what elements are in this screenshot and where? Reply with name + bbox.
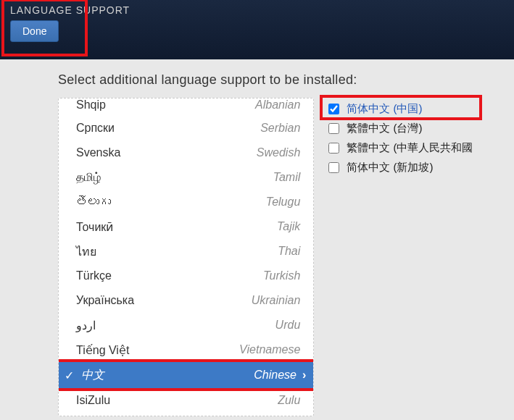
language-row[interactable]: తెలుగుTelugu bbox=[59, 190, 313, 214]
instruction-text: Select additional language support to be… bbox=[58, 72, 488, 88]
language-row[interactable]: ТочикӣTajik bbox=[59, 214, 313, 239]
locale-checkbox[interactable] bbox=[328, 162, 339, 173]
language-english: Telugu bbox=[266, 196, 300, 209]
locale-row[interactable]: 简体中文 (新加坡) bbox=[324, 158, 488, 177]
language-row[interactable]: TürkçeTurkish bbox=[59, 264, 313, 288]
language-native: Точикӣ bbox=[76, 220, 113, 234]
page-title: LANGUAGE SUPPORT bbox=[10, 4, 504, 16]
panels: ShqipAlbanianСрпскиSerbianSvenskaSwedish… bbox=[58, 98, 488, 416]
language-native: اردو bbox=[76, 319, 96, 332]
language-native: తెలుగు bbox=[76, 196, 111, 209]
language-english: Serbian bbox=[260, 122, 300, 135]
locale-row-selected[interactable]: 简体中文 (中国) bbox=[324, 99, 488, 119]
language-native: ไทย bbox=[76, 243, 96, 261]
locale-label: 简体中文 (中国) bbox=[347, 102, 422, 116]
language-english: Urdu bbox=[275, 319, 301, 332]
language-english: Vietnamese bbox=[239, 343, 300, 356]
language-row[interactable]: IsiZuluZulu bbox=[59, 388, 313, 413]
language-list[interactable]: ShqipAlbanianСрпскиSerbianSvenskaSwedish… bbox=[58, 98, 314, 416]
locale-checkbox[interactable] bbox=[328, 143, 339, 154]
language-native: IsiZulu bbox=[76, 394, 110, 407]
language-row-selected[interactable]: ✓中文Chinese› bbox=[59, 362, 313, 388]
language-native: Türkçe bbox=[76, 269, 112, 282]
locale-label: 繁體中文 (台灣) bbox=[347, 122, 422, 135]
locale-row[interactable]: 繁體中文 (台灣) bbox=[324, 119, 488, 138]
locale-label: 简体中文 (新加坡) bbox=[347, 161, 433, 175]
language-row[interactable]: اردوUrdu bbox=[59, 313, 313, 337]
locale-list: 简体中文 (中国)繁體中文 (台灣)繁體中文 (中華人民共和國简体中文 (新加坡… bbox=[324, 98, 488, 416]
language-native: Tiếng Việt bbox=[76, 343, 129, 357]
language-english: Swedish bbox=[257, 146, 300, 159]
language-row[interactable]: УкраїнськаUkrainian bbox=[59, 288, 313, 313]
locale-checkbox[interactable] bbox=[328, 104, 339, 114]
check-icon: ✓ bbox=[65, 369, 74, 382]
locale-label: 繁體中文 (中華人民共和國 bbox=[347, 141, 473, 155]
language-native: Svenska bbox=[76, 146, 120, 159]
language-native: Српски bbox=[76, 122, 115, 135]
language-row[interactable]: ไทยThai bbox=[59, 239, 313, 264]
locale-checkbox[interactable] bbox=[328, 123, 339, 134]
language-row[interactable]: СрпскиSerbian bbox=[59, 116, 313, 140]
language-english: Turkish bbox=[263, 269, 300, 282]
locale-row[interactable]: 繁體中文 (中華人民共和國 bbox=[324, 138, 488, 158]
language-native: Shqip bbox=[76, 98, 106, 112]
language-row[interactable]: Tiếng ViệtVietnamese bbox=[59, 337, 313, 362]
chevron-right-icon: › bbox=[302, 369, 306, 382]
language-row[interactable]: ShqipAlbanian bbox=[59, 98, 313, 116]
language-row[interactable]: தமிழ்Tamil bbox=[59, 165, 313, 190]
language-english: Tajik bbox=[277, 220, 300, 233]
language-english: Chinese bbox=[254, 369, 297, 382]
language-english: Albanian bbox=[255, 98, 300, 112]
language-english: Ukrainian bbox=[252, 294, 301, 307]
done-button[interactable]: Done bbox=[10, 20, 59, 42]
language-native: தமிழ் bbox=[76, 171, 101, 184]
header: LANGUAGE SUPPORT Done bbox=[0, 0, 514, 59]
language-english: Zulu bbox=[278, 394, 300, 407]
content: Select additional language support to be… bbox=[0, 59, 514, 416]
language-native: 中文 bbox=[81, 368, 104, 383]
language-native: Українська bbox=[76, 294, 134, 307]
language-english: Thai bbox=[278, 245, 300, 258]
language-row[interactable]: SvenskaSwedish bbox=[59, 140, 313, 165]
language-english: Tamil bbox=[273, 171, 301, 184]
